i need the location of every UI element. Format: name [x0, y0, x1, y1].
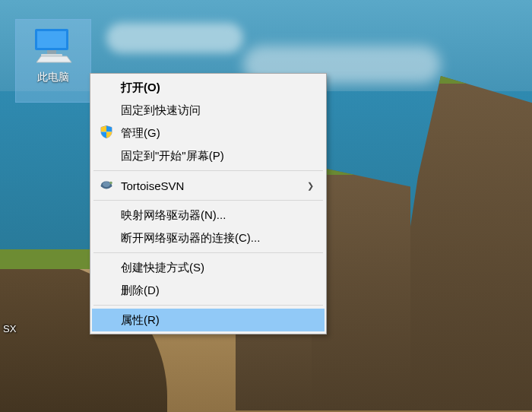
menu-item-properties[interactable]: 属性(R): [92, 309, 325, 331]
menu-item-manage[interactable]: 管理(G): [92, 122, 325, 144]
menu-item-pin-start[interactable]: 固定到"开始"屏幕(P): [92, 144, 325, 167]
menu-item-label: 固定到快速访问: [121, 103, 201, 118]
menu-item-label: 映射网络驱动器(N)...: [121, 208, 226, 223]
svg-rect-2: [47, 50, 56, 54]
svg-rect-1: [37, 31, 66, 48]
menu-item-label: 创建快捷方式(S): [121, 261, 204, 275]
menu-item-disconnect-network-drive[interactable]: 断开网络驱动器的连接(C)...: [92, 227, 325, 249]
context-menu: 打开(O) 固定到快速访问 管理(G) 固定到"开始"屏幕(P): [90, 73, 327, 334]
menu-separator: [93, 305, 323, 306]
uac-shield-icon: [100, 125, 113, 141]
menu-item-create-shortcut[interactable]: 创建快捷方式(S): [92, 256, 325, 279]
svg-point-6: [103, 182, 110, 187]
submenu-arrow-icon: ❯: [307, 181, 314, 191]
menu-item-tortoisesvn[interactable]: TortoiseSVN ❯: [92, 174, 325, 197]
menu-separator: [93, 252, 323, 253]
wallpaper-text: SX: [3, 323, 16, 334]
menu-item-label: 管理(G): [121, 126, 160, 141]
desktop-icon-this-pc[interactable]: 此电脑: [15, 19, 91, 103]
svg-point-7: [101, 185, 103, 187]
menu-item-label: 删除(D): [121, 284, 160, 298]
menu-separator: [93, 200, 323, 201]
menu-item-open[interactable]: 打开(O): [92, 76, 325, 99]
menu-separator: [93, 170, 323, 171]
svg-point-8: [110, 185, 112, 187]
wallpaper-cloud: [106, 23, 243, 53]
menu-item-pin-quick-access[interactable]: 固定到快速访问: [92, 99, 325, 122]
menu-item-delete[interactable]: 删除(D): [92, 279, 325, 302]
desktop[interactable]: SX 此电脑 打开(O) 固定到快速访问: [0, 0, 532, 412]
menu-item-label: 属性(R): [121, 313, 160, 328]
desktop-icon-label: 此电脑: [16, 71, 90, 84]
tortoisesvn-icon: [100, 178, 113, 194]
menu-item-map-network-drive[interactable]: 映射网络驱动器(N)...: [92, 204, 325, 227]
menu-item-label: 打开(O): [121, 81, 160, 95]
menu-item-label: 固定到"开始"屏幕(P): [121, 149, 224, 163]
menu-item-label: 断开网络驱动器的连接(C)...: [121, 231, 260, 246]
this-pc-icon: [30, 53, 76, 66]
menu-item-label: TortoiseSVN: [121, 179, 184, 192]
svg-point-9: [109, 182, 112, 185]
svg-marker-4: [36, 56, 71, 62]
